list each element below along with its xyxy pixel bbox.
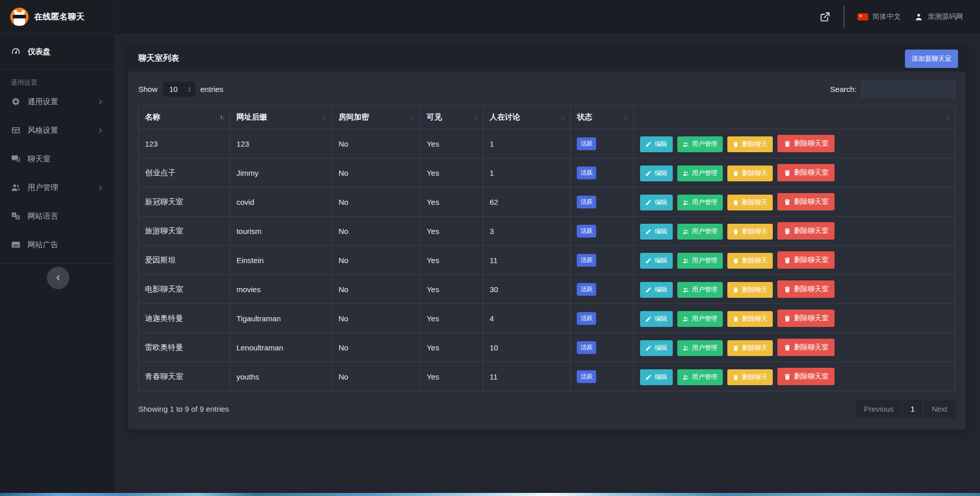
users-icon (682, 141, 689, 148)
delete-chatroom-button[interactable]: 删除聊天室 (777, 368, 835, 385)
bottom-scrollbar[interactable] (0, 493, 980, 496)
delete-chat-button[interactable]: 删除聊天 (727, 195, 773, 210)
sort-icon: ↑↓ (473, 114, 477, 121)
manage-users-button[interactable]: 用户管理 (677, 224, 723, 240)
table-controls: Show 10 ▲▼ entries Search: (138, 81, 955, 98)
page-size-select[interactable]: 10 ▲▼ (163, 81, 195, 97)
sidebar-item-4[interactable]: A文网站语言 (0, 202, 114, 230)
cell-status: 活跃 (571, 275, 633, 304)
sidebar-collapse-button[interactable] (47, 267, 69, 289)
table-row: 爱因斯坦EinsteinNoYes11活跃编辑用户管理删除聊天删除聊天室 (139, 246, 955, 275)
trash-icon (783, 227, 791, 235)
language-selector[interactable]: ★ 简体中文 (857, 12, 901, 21)
cell-suffix: 123 (230, 129, 332, 158)
delete-chatroom-button[interactable]: 删除聊天室 (777, 310, 835, 327)
delete-chatroom-button[interactable]: 删除聊天室 (777, 135, 835, 152)
col-header-discussing[interactable]: 人在讨论↑↓ (483, 106, 571, 129)
brand-logo-icon (10, 8, 29, 26)
cell-status: 活跃 (571, 333, 633, 362)
trash-icon (783, 373, 791, 381)
user-icon (914, 12, 923, 21)
sidebar-item-1[interactable]: 风格设置 (0, 116, 114, 145)
brand[interactable]: 在线匿名聊天 (0, 0, 114, 34)
search-input[interactable] (861, 81, 955, 98)
edit-icon (645, 257, 652, 264)
cell-suffix: Einstein (230, 246, 332, 275)
delete-chatroom-button[interactable]: 删除聊天室 (777, 280, 835, 298)
sidebar-item-label: 仪表盘 (28, 47, 104, 57)
users-icon (682, 199, 689, 206)
sort-icon: ↑↓ (219, 114, 224, 121)
style-icon (11, 125, 21, 135)
manage-users-button[interactable]: 用户管理 (677, 195, 723, 210)
delete-chat-button[interactable]: 删除聊天 (727, 136, 773, 152)
pagination: Previous 1 Next (855, 399, 955, 418)
cell-name: 旅游聊天室 (139, 217, 230, 246)
sidebar-item-0[interactable]: 通用设置 (0, 87, 114, 116)
edit-icon (645, 345, 652, 351)
edit-icon (645, 228, 652, 235)
edit-button[interactable]: 编辑 (640, 166, 673, 181)
delete-chat-button[interactable]: 删除聊天 (727, 224, 773, 240)
delete-chat-button[interactable]: 删除聊天 (727, 253, 773, 269)
trash-icon (732, 374, 739, 381)
sidebar-item-2[interactable]: 聊天室 (0, 145, 114, 173)
delete-chatroom-button[interactable]: 删除聊天室 (777, 164, 835, 181)
cell-name: 新冠聊天室 (139, 187, 230, 217)
cell-actions: 编辑用户管理删除聊天删除聊天室 (633, 158, 955, 187)
delete-chat-button[interactable]: 删除聊天 (727, 311, 773, 327)
edit-button[interactable]: 编辑 (640, 136, 673, 152)
delete-chatroom-button[interactable]: 删除聊天室 (777, 339, 835, 356)
edit-button[interactable]: 编辑 (640, 369, 673, 385)
edit-button[interactable]: 编辑 (640, 340, 673, 356)
edit-button[interactable]: 编辑 (640, 253, 673, 269)
manage-users-button[interactable]: 用户管理 (677, 369, 723, 385)
col-header-status[interactable]: 状态↑↓ (571, 106, 633, 129)
chevron-left-icon (55, 274, 62, 281)
col-header-actions[interactable]: ↑↓ (633, 106, 955, 129)
delete-chatroom-button[interactable]: 删除聊天室 (777, 222, 835, 240)
delete-chat-button[interactable]: 删除聊天 (727, 340, 773, 356)
external-link-icon[interactable] (819, 11, 830, 22)
delete-chat-button[interactable]: 删除聊天 (727, 282, 773, 298)
user-menu[interactable]: 亲测源码网 (914, 12, 963, 21)
show-label: Show (138, 85, 158, 93)
edit-button[interactable]: 编辑 (640, 195, 673, 210)
delete-chat-button[interactable]: 删除聊天 (727, 166, 773, 181)
manage-users-button[interactable]: 用户管理 (677, 136, 723, 152)
manage-users-button[interactable]: 用户管理 (677, 311, 723, 327)
pagination-next[interactable]: Next (923, 399, 955, 418)
delete-chatroom-button[interactable]: 删除聊天室 (777, 193, 835, 210)
sidebar-section-label: 通用设置 (0, 69, 114, 87)
col-header-visible[interactable]: 可见↑↓ (420, 106, 483, 129)
cell-discussing: 4 (483, 304, 571, 333)
sidebar-item-5[interactable]: Ad网站广告 (0, 230, 114, 259)
chatroom-list-panel: 聊天室列表 添加新聊天室 Show 10 ▲▼ entries (128, 45, 966, 430)
cell-suffix: Tigaultraman (230, 304, 332, 333)
edit-button[interactable]: 编辑 (640, 282, 673, 298)
manage-users-button[interactable]: 用户管理 (677, 340, 723, 356)
col-header-name[interactable]: 名称↑↓ (139, 106, 230, 129)
manage-users-button[interactable]: 用户管理 (677, 166, 723, 181)
delete-chatroom-button[interactable]: 删除聊天室 (777, 251, 835, 269)
status-badge: 活跃 (577, 283, 596, 296)
pagination-previous[interactable]: Previous (855, 399, 901, 418)
manage-users-button[interactable]: 用户管理 (677, 253, 723, 269)
sidebar-item-3[interactable]: 用户管理 (0, 173, 114, 202)
edit-icon (645, 287, 652, 293)
status-badge: 活跃 (577, 167, 596, 179)
col-header-encrypted[interactable]: 房间加密↑↓ (332, 106, 421, 129)
add-chatroom-button[interactable]: 添加新聊天室 (905, 50, 958, 68)
edit-button[interactable]: 编辑 (640, 224, 673, 240)
cell-visible: Yes (420, 246, 483, 275)
pagination-page-1[interactable]: 1 (902, 399, 923, 418)
delete-chat-button[interactable]: 删除聊天 (727, 369, 773, 385)
col-header-suffix[interactable]: 网址后缀↑↓ (230, 106, 332, 129)
svg-text:Ad: Ad (13, 243, 18, 248)
status-badge: 活跃 (577, 196, 596, 208)
sidebar-item-dashboard[interactable]: 仪表盘 (0, 40, 114, 63)
manage-users-button[interactable]: 用户管理 (677, 282, 723, 298)
cell-actions: 编辑用户管理删除聊天删除聊天室 (633, 187, 955, 217)
edit-button[interactable]: 编辑 (640, 311, 673, 327)
status-badge: 活跃 (577, 370, 596, 383)
